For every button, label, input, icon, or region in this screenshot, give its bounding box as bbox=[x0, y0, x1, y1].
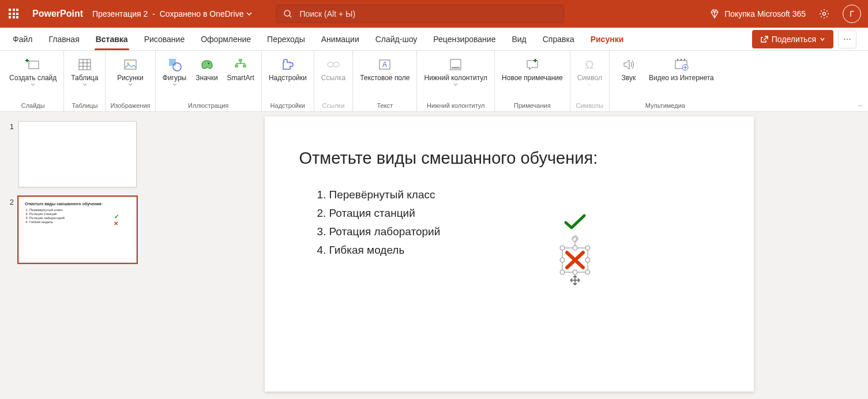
new-slide-button[interactable]: Создать слайд bbox=[7, 55, 59, 87]
svg-point-34 bbox=[585, 258, 590, 262]
title-bar-right: Покупка Microsoft 365 Г bbox=[709, 5, 868, 23]
header-footer-button[interactable]: Нижний колонтитул bbox=[422, 55, 490, 87]
symbol-button: Ω Символ bbox=[575, 55, 604, 87]
app-launcher-button[interactable] bbox=[0, 0, 28, 28]
list-item[interactable]: Ротация станций bbox=[329, 207, 719, 220]
tab-insert[interactable]: Вставка bbox=[88, 28, 136, 50]
search-box[interactable] bbox=[276, 5, 564, 23]
thumb-title: Отметьте виды смешанного обучения: bbox=[25, 202, 130, 206]
x-mark-selected-image[interactable] bbox=[558, 235, 592, 287]
doc-name-text: Презентация 2 bbox=[92, 9, 148, 18]
table-button[interactable]: Таблица bbox=[69, 55, 100, 87]
group-tables: Таблица Таблицы bbox=[64, 51, 106, 111]
icons-label: Значки bbox=[196, 74, 218, 82]
link-icon bbox=[326, 57, 341, 73]
svg-point-13 bbox=[333, 62, 339, 67]
tab-review[interactable]: Рецензирование bbox=[425, 28, 503, 50]
ribbon-overflow-button[interactable]: ⋯ bbox=[838, 30, 856, 48]
share-icon bbox=[760, 35, 768, 43]
audio-button[interactable]: Звук bbox=[614, 55, 643, 83]
tab-design[interactable]: Оформление bbox=[193, 28, 259, 50]
svg-rect-10 bbox=[235, 65, 238, 67]
group-hf-label: Нижний колонтитул bbox=[427, 101, 484, 110]
textbox-icon: A bbox=[377, 57, 392, 73]
svg-point-8 bbox=[208, 63, 209, 65]
list-item[interactable]: Перевёрнутый класс bbox=[329, 189, 719, 201]
slide-thumbnail-2[interactable]: 2 Отметьте виды смешанного обучения: Пер… bbox=[5, 197, 145, 263]
group-symbols: Ω Символ Символы bbox=[570, 51, 610, 111]
group-text: A Текстовое поле Текст bbox=[353, 51, 417, 111]
buy-premium-button[interactable]: Покупка Microsoft 365 bbox=[709, 9, 806, 19]
thumb-x-icon: ✕ bbox=[114, 220, 118, 227]
svg-point-12 bbox=[328, 62, 333, 67]
slide-canvas[interactable]: Отметьте виды смешанного обучения: Перев… bbox=[265, 116, 754, 392]
svg-rect-9 bbox=[239, 59, 242, 62]
shapes-button[interactable]: Фигуры bbox=[160, 55, 189, 87]
list-item[interactable]: Гибкая модель bbox=[329, 244, 719, 257]
svg-point-36 bbox=[573, 270, 577, 274]
slide-thumbnail-1[interactable]: 1 bbox=[5, 121, 145, 187]
shapes-label: Фигуры bbox=[163, 74, 186, 82]
group-links: Ссылка Ссылки bbox=[314, 51, 353, 111]
share-button[interactable]: Поделиться bbox=[752, 30, 833, 48]
search-input[interactable] bbox=[299, 9, 557, 18]
slide-pane[interactable]: Отметьте виды смешанного обучения: Перев… bbox=[150, 112, 868, 399]
document-title[interactable]: Презентация 2 - Сохранено в OneDrive bbox=[92, 9, 253, 18]
tab-home[interactable]: Главная bbox=[40, 28, 87, 50]
thumb-li: Перевёрнутый класс bbox=[29, 208, 130, 212]
thumbnail-pane[interactable]: 1 2 Отметьте виды смешанного обучения: П… bbox=[0, 112, 150, 399]
gear-icon bbox=[819, 9, 829, 19]
slide-title-text[interactable]: Отметьте виды смешанного обучения: bbox=[299, 149, 719, 168]
collapse-ribbon-button[interactable]: ︿ bbox=[858, 101, 863, 109]
group-slides: Создать слайд Слайды bbox=[2, 51, 64, 111]
svg-point-35 bbox=[560, 270, 565, 274]
premium-label: Покупка Microsoft 365 bbox=[724, 9, 806, 18]
tab-picture-format[interactable]: Рисунки bbox=[583, 28, 632, 50]
new-comment-button[interactable]: Новое примечание bbox=[499, 55, 565, 83]
tab-animations[interactable]: Анимации bbox=[313, 28, 367, 50]
tab-slideshow[interactable]: Слайд-шоу bbox=[367, 28, 426, 50]
avatar-initial: Г bbox=[850, 9, 854, 18]
svg-rect-21 bbox=[681, 59, 682, 61]
new-comment-label: Новое примечание bbox=[502, 74, 563, 82]
textbox-label: Текстовое поле bbox=[360, 74, 409, 82]
tab-help[interactable]: Справка bbox=[535, 28, 583, 50]
waffle-icon bbox=[9, 9, 19, 19]
thumb-preview-1 bbox=[18, 121, 137, 187]
user-avatar[interactable]: Г bbox=[843, 5, 861, 23]
svg-point-31 bbox=[573, 246, 577, 250]
svg-point-7 bbox=[173, 63, 181, 71]
group-slides-label: Слайды bbox=[21, 101, 45, 110]
app-name: PowerPoint bbox=[32, 9, 83, 19]
saved-status-text: Сохранено в OneDrive bbox=[160, 9, 244, 18]
tab-draw[interactable]: Рисование bbox=[136, 28, 193, 50]
thumb-number: 1 bbox=[5, 121, 14, 187]
pictures-button[interactable]: Рисунки bbox=[115, 55, 145, 87]
footer-icon bbox=[448, 57, 463, 73]
audio-label: Звук bbox=[622, 74, 636, 82]
tab-view[interactable]: Вид bbox=[503, 28, 534, 50]
pictures-label: Рисунки bbox=[117, 74, 143, 82]
svg-point-30 bbox=[560, 246, 565, 250]
addins-label: Надстройки bbox=[269, 74, 307, 82]
textbox-button[interactable]: A Текстовое поле bbox=[358, 55, 412, 83]
group-addins-label: Надстройки bbox=[270, 101, 305, 110]
tab-transitions[interactable]: Переходы bbox=[259, 28, 313, 50]
ribbon-tabs: Файл Главная Вставка Рисование Оформлени… bbox=[0, 28, 868, 51]
share-label: Поделиться bbox=[772, 35, 816, 44]
group-tables-label: Таблицы bbox=[72, 101, 97, 110]
icons-button[interactable]: Значки bbox=[193, 55, 221, 83]
slide-list[interactable]: Перевёрнутый класс Ротация станций Ротац… bbox=[299, 189, 719, 257]
edit-area: 1 2 Отметьте виды смешанного обучения: П… bbox=[0, 112, 868, 399]
smartart-button[interactable]: SmartArt bbox=[225, 55, 257, 83]
list-item[interactable]: Ротация лабораторий bbox=[329, 225, 719, 238]
thumb-preview-2: Отметьте виды смешанного обучения: Перев… bbox=[18, 197, 137, 263]
addins-button[interactable]: Надстройки bbox=[266, 55, 309, 83]
group-media-label: Мультимедиа bbox=[645, 101, 685, 110]
check-mark-image[interactable] bbox=[563, 213, 587, 231]
tab-file[interactable]: Файл bbox=[5, 28, 40, 50]
video-button[interactable]: Видео из Интернета bbox=[647, 55, 716, 83]
settings-button[interactable] bbox=[815, 5, 833, 23]
chevron-down-icon bbox=[82, 83, 87, 86]
video-label: Видео из Интернета bbox=[649, 74, 714, 82]
